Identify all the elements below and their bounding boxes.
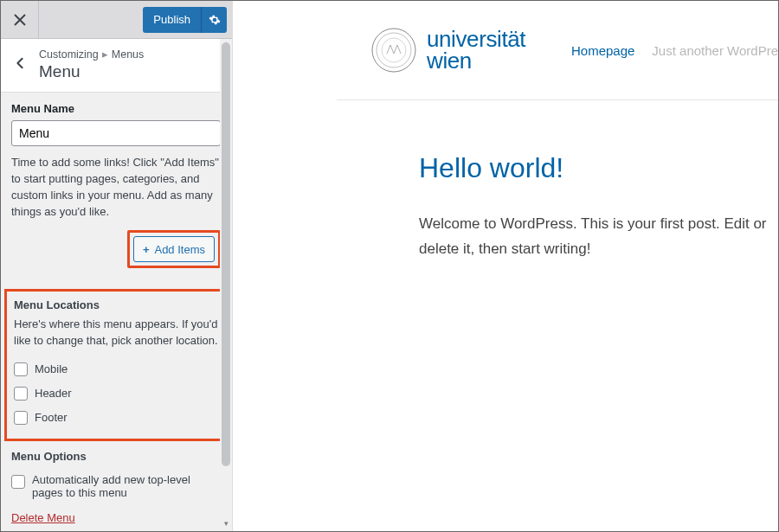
- sidebar-scrollbar[interactable]: ▴ ▾: [220, 39, 232, 531]
- location-label: Header: [35, 387, 72, 400]
- site-header: universität wien Homepage Just another W…: [337, 1, 778, 100]
- menu-locations-title: Menu Locations: [14, 298, 218, 311]
- site-brand[interactable]: universität wien: [371, 28, 525, 73]
- university-seal-icon: [371, 28, 416, 73]
- auto-add-row[interactable]: Automatically add new top-level pages to…: [11, 468, 221, 504]
- customizer-content: Menu Name Time to add some links! Click …: [1, 93, 232, 531]
- breadcrumb-parent[interactable]: Menus: [112, 48, 145, 61]
- post-body: Welcome to WordPress. This is your first…: [419, 212, 778, 262]
- sidebar-scrollbar-thumb[interactable]: [222, 42, 230, 466]
- menu-locations-description: Here's where this menu appears. If you'd…: [14, 317, 218, 348]
- checkbox-footer[interactable]: [14, 411, 28, 425]
- back-button[interactable]: [1, 57, 39, 72]
- breadcrumb-root: Customizing: [39, 48, 99, 61]
- customizer-sidebar: Publish Customizing▸Menus Menu Menu Name…: [1, 1, 233, 531]
- publish-settings-button[interactable]: [201, 7, 227, 33]
- gear-icon: [209, 14, 221, 26]
- delete-menu-link[interactable]: Delete Menu: [1, 504, 86, 524]
- checkbox-mobile[interactable]: [14, 362, 28, 376]
- auto-add-label: Automatically add new top-level pages to…: [32, 473, 221, 499]
- checkbox-header[interactable]: [14, 387, 28, 401]
- location-label: Footer: [35, 411, 68, 424]
- plus-icon: +: [143, 243, 150, 256]
- scroll-arrow-down-icon[interactable]: ▾: [220, 519, 232, 531]
- publish-button[interactable]: Publish: [143, 7, 201, 33]
- breadcrumb-title: Menu: [39, 62, 223, 81]
- svg-point-2: [382, 38, 406, 62]
- menu-help-text: Time to add some links! Click "Add Items…: [11, 155, 221, 220]
- location-label: Mobile: [35, 362, 68, 375]
- location-row-footer[interactable]: Footer: [14, 406, 218, 430]
- breadcrumb-trail: Customizing▸Menus: [39, 48, 223, 61]
- site-tagline: Just another WordPre: [652, 43, 778, 58]
- menu-name-label: Menu Name: [11, 102, 221, 115]
- location-row-mobile[interactable]: Mobile: [14, 357, 218, 381]
- site-nav: Homepage Just another WordPre: [571, 43, 778, 58]
- site-preview: universität wien Homepage Just another W…: [233, 1, 778, 531]
- chevron-left-icon: [14, 57, 26, 69]
- add-items-button[interactable]: + Add Items: [133, 236, 215, 262]
- add-items-label: Add Items: [154, 243, 205, 256]
- add-items-highlight: + Add Items: [127, 230, 221, 268]
- close-icon: [13, 13, 27, 27]
- svg-point-0: [372, 29, 415, 72]
- menu-options-title: Menu Options: [11, 450, 221, 463]
- brand-line2: wien: [427, 50, 525, 72]
- location-row-header[interactable]: Header: [14, 381, 218, 406]
- checkbox-auto-add[interactable]: [11, 475, 25, 489]
- nav-link-home[interactable]: Homepage: [571, 43, 634, 58]
- post-title[interactable]: Hello world!: [419, 152, 778, 184]
- close-customizer-button[interactable]: [1, 1, 39, 39]
- customizer-topbar: Publish: [1, 1, 232, 39]
- menu-locations-box: Menu Locations Here's where this menu ap…: [4, 289, 228, 440]
- breadcrumb-panel: Customizing▸Menus Menu: [1, 39, 232, 93]
- menu-name-input[interactable]: [11, 120, 221, 146]
